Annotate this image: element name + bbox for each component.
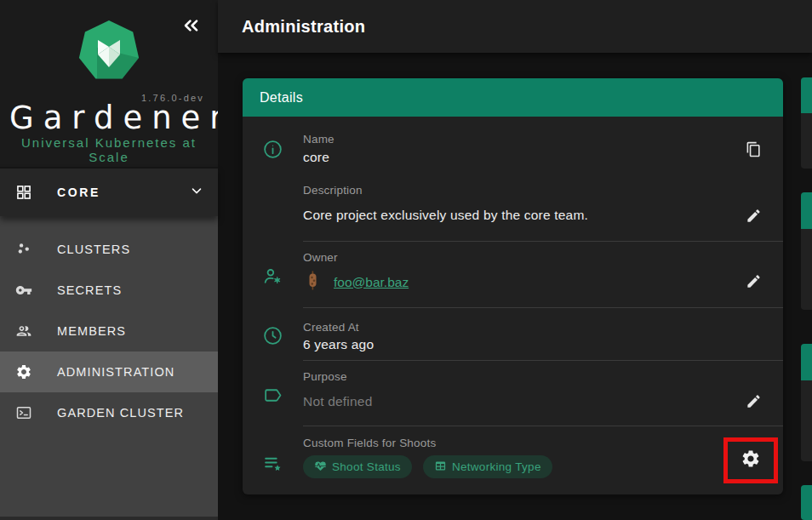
chip-label: Networking Type [452,460,541,473]
page-title: Administration [242,17,365,37]
edit-owner-button[interactable] [738,267,769,298]
partial-card [801,192,812,310]
custom-fields-row: Custom Fields for Shoots Shoot Status [243,426,783,494]
pencil-icon [746,208,762,227]
sidebar-item-label: SECRETS [57,283,122,297]
brand-title: Gardener [0,100,218,136]
sidebar-item-members[interactable]: MEMBERS [0,311,218,351]
details-card-title: Details [260,90,303,106]
members-icon [15,323,32,340]
clock-icon [262,325,283,350]
owner-label: Owner [303,251,723,264]
sidebar-item-label: ADMINISTRATION [57,365,174,379]
sidebar-item-label: CLUSTERS [57,243,130,256]
purpose-value: Not defined [303,394,723,409]
pencil-icon [746,393,762,413]
sidebar-item-label: MEMBERS [57,324,126,338]
sidebar-nav: CLUSTERS SECRETS MEMBERS [0,216,218,520]
double-chevron-left-icon [180,14,202,40]
purpose-row: Purpose Not defined [243,361,783,426]
edit-description-button[interactable] [738,202,769,232]
brand-tagline: Universal Kubernetes at Scale [0,135,218,164]
details-card: Details Name [243,78,783,494]
configure-custom-fields-button[interactable] [735,445,766,476]
name-value: core [303,150,723,165]
chip-networking-type: Networking Type [423,455,552,478]
manage-account-icon [262,266,283,290]
topbar: Administration [218,0,812,53]
description-label: Description [303,184,723,197]
partial-card-header [801,344,812,380]
partial-card-header [801,77,812,113]
partial-card [801,485,812,520]
purpose-label: Purpose [303,370,723,383]
info-icon [262,139,283,163]
name-label: Name [303,133,723,146]
sidebar-collapse-button[interactable] [179,15,203,39]
sidebar-item-clusters[interactable]: CLUSTERS [0,229,218,270]
chevron-down-icon [189,183,204,202]
heart-pulse-icon [314,460,332,475]
sidebar-item-secrets[interactable]: SECRETS [0,270,218,311]
custom-fields-label: Custom Fields for Shoots [303,437,723,449]
list-star-icon [262,453,283,477]
grid-view-icon [15,184,32,201]
label-tag-icon [262,385,283,409]
pencil-icon [746,273,762,293]
project-selector[interactable]: CORE [0,167,218,216]
key-icon [15,282,32,299]
settings-gear-icon [741,449,761,472]
partial-card [801,344,812,461]
owner-email-link[interactable]: foo@bar.baz [334,275,409,290]
sidebar: 1.76.0-dev Gardener Universal Kubernetes… [0,0,218,520]
content-area: Details Name [218,53,812,520]
gardener-dashboard: 1.76.0-dev Gardener Universal Kubernetes… [0,0,812,520]
created-at-label: Created At [303,321,723,334]
sidebar-item-administration[interactable]: ADMINISTRATION [0,351,218,392]
clusters-icon [15,241,32,258]
gardener-logo [77,19,141,87]
partial-card [801,77,812,169]
partial-card-body [801,229,812,310]
chip-shoot-status: Shoot Status [303,455,412,478]
main-area: Administration Details [218,0,812,520]
created-at-value: 6 years ago [303,337,723,352]
partial-card-body [801,113,812,169]
terminal-icon [15,404,32,421]
gear-icon [15,363,32,380]
description-row: Description Core project exclusively use… [243,178,783,241]
partial-card-body [801,380,812,461]
project-selector-label: CORE [57,186,189,199]
sidebar-item-garden-cluster[interactable]: GARDEN CLUSTER [0,392,218,433]
sidebar-header: 1.76.0-dev Gardener Universal Kubernetes… [0,0,218,167]
details-card-header: Details [243,78,783,117]
owner-avatar [303,271,323,294]
description-value: Core project exclusively used by the cor… [303,208,723,223]
name-row: Name core [243,117,783,178]
partial-card-header [801,485,812,520]
sidebar-item-label: GARDEN CLUSTER [57,406,184,420]
copy-name-button[interactable] [738,135,769,166]
table-grid-icon [434,460,452,475]
chip-label: Shoot Status [332,460,401,473]
created-at-row: Created At 6 years ago [243,308,783,360]
partial-card-header [801,192,812,229]
owner-row: Owner [243,242,783,307]
copy-icon [746,141,762,161]
edit-purpose-button[interactable] [738,387,769,418]
highlight-box [723,437,778,483]
